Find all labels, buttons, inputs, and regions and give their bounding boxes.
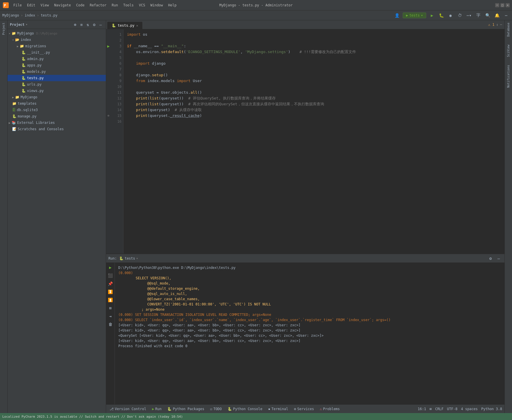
debug-button[interactable]: 🐛	[438, 12, 445, 19]
menu-file[interactable]: File	[11, 3, 24, 8]
run-tab-bottom[interactable]: ▶ Run	[151, 407, 163, 411]
menu-code[interactable]: Code	[74, 3, 87, 8]
editor-more-icon[interactable]: ⋯	[500, 23, 502, 27]
menu-view[interactable]: View	[38, 3, 51, 8]
breadcrumb-mydjango[interactable]: MyDjango	[2, 13, 19, 17]
python-version[interactable]: Python 3.8	[481, 407, 502, 411]
version-control-tab[interactable]: ⎇ Version Control	[108, 407, 147, 411]
run-tab-close[interactable]: ✕	[136, 257, 138, 260]
run-gutter-arrow[interactable]: ▶	[107, 43, 110, 49]
tree-mydjango-sub[interactable]: ▶ 📁 MyDjango	[8, 94, 106, 100]
filter-button[interactable]: ⊞	[107, 305, 114, 312]
terminal-tab[interactable]: ▪ Terminal	[267, 407, 289, 411]
collapse-all-icon[interactable]: ≡	[79, 22, 84, 28]
tree-index[interactable]: ▾ 📂 index	[8, 37, 106, 43]
tree-templates[interactable]: 📁 templates	[8, 100, 106, 107]
todo-tab[interactable]: ☑ TODO	[209, 407, 223, 411]
status-bar: Localized PyCharm 2023.1.5 is available …	[0, 413, 512, 420]
tree-arrow: ▶	[9, 121, 10, 124]
close-panel-icon[interactable]: —	[98, 22, 104, 28]
locate-file-icon[interactable]: ⊕	[72, 22, 78, 28]
tree-tests[interactable]: 🐍 tests.py	[8, 75, 106, 81]
run-settings-icon[interactable]: ⚙	[487, 255, 494, 262]
tree-manage[interactable]: 🐍 manage.py	[8, 113, 106, 120]
tree-migrations[interactable]: ▶ 📁 migrations	[8, 43, 106, 49]
menu-window[interactable]: Window	[148, 3, 165, 8]
cursor-position: 16:1	[418, 407, 426, 411]
tree-scratches[interactable]: 📝 Scratches and Consoles	[8, 126, 106, 132]
run-config-dropdown[interactable]: ▾	[421, 13, 423, 17]
code-editor[interactable]: ▶ ⊖ 12345 678910 1112131415 16	[106, 29, 504, 254]
editor-tab-tests[interactable]: 🐍 tests.py ✕	[107, 22, 142, 29]
tree-root-mydjango[interactable]: ▾ 📁 MyDjango D:\MyDjango	[8, 30, 106, 37]
tree-views[interactable]: 🐍 views.py	[8, 88, 106, 94]
stop-button[interactable]: ⬛	[107, 272, 114, 279]
run-button[interactable]: ▶	[429, 12, 435, 19]
problems-tab[interactable]: ⚠ Problems	[319, 407, 341, 411]
tree-label: External Libraries	[17, 121, 55, 125]
python-console-tab[interactable]: 🐍 Python Console	[226, 407, 264, 411]
pin-button[interactable]: 📌	[107, 280, 114, 287]
tree-db[interactable]: 🗄 db.sqlite3	[8, 107, 106, 113]
menu-tools[interactable]: Tools	[121, 3, 136, 8]
coverage-button[interactable]: ◉	[447, 12, 454, 19]
breadcrumb-index[interactable]: index	[25, 13, 35, 17]
code-line-7	[127, 66, 502, 72]
code-line-13: print(list(queryset)) # 再次评估相同的QuerySet，…	[127, 101, 502, 107]
settings-more[interactable]: ⋯	[503, 12, 510, 19]
project-sidebar-label[interactable]: Project	[2, 21, 5, 36]
maximize-button[interactable]: □	[500, 3, 504, 7]
menu-vcs[interactable]: VCS	[137, 3, 148, 8]
close-button[interactable]: ✕	[506, 3, 510, 7]
menu-navigate[interactable]: Navigate	[52, 3, 73, 8]
menu-help[interactable]: Help	[166, 3, 179, 8]
code-line-9: from index.models import User	[127, 78, 502, 84]
run-collapse-icon[interactable]: —	[495, 255, 502, 262]
profile-button[interactable]: ⏱	[456, 12, 463, 19]
menu-run[interactable]: Run	[109, 3, 120, 8]
settings-icon[interactable]: ⚙	[91, 22, 97, 28]
run-config[interactable]: ▶ tests ▾	[403, 12, 426, 18]
tree-admin[interactable]: 🐍 admin.py	[8, 56, 106, 62]
app-icon: P	[2, 2, 9, 9]
more-run-options[interactable]: ⋯▾	[466, 12, 473, 19]
clear-button[interactable]: 🗑	[107, 321, 114, 328]
fold-indicator[interactable]: ⊖	[108, 113, 109, 119]
scroll-top-button[interactable]: ⏫	[107, 296, 114, 303]
scroll-end-button[interactable]: ⏬	[107, 288, 114, 295]
menu-edit[interactable]: Edit	[25, 3, 38, 8]
tree-label: MyDjango	[21, 95, 37, 99]
run-tab-tests[interactable]: 🐍 tests ✕	[119, 256, 138, 260]
user-icon[interactable]: 👤	[393, 12, 400, 19]
run-panel-header: Run: 🐍 tests ✕ ⚙ —	[106, 254, 504, 263]
database-label[interactable]: Database	[507, 21, 510, 38]
tree-models[interactable]: 🐍 models.py	[8, 68, 106, 75]
tree-init[interactable]: 🐍 __init__.py	[8, 49, 106, 56]
rerun-button[interactable]: ▶	[107, 264, 114, 271]
tree-label: index	[21, 38, 31, 42]
code-content[interactable]: import os if __name__ == "__main__": os.…	[124, 29, 504, 254]
code-line-6: import django	[127, 61, 502, 66]
menu-refactor[interactable]: Refactor	[87, 3, 109, 8]
wrap-button[interactable]: ⇥	[107, 313, 114, 320]
project-header: Project ▾ ⊕ ≡ ⇅ ⚙ —	[8, 20, 106, 29]
tree-urls[interactable]: 🐍 urls.py	[8, 81, 106, 88]
expand-icon[interactable]: ↕	[496, 23, 498, 27]
project-dropdown[interactable]: ▾	[26, 23, 28, 26]
run-command-line: D:\Python\Python38\python.exe D:\MyDjang…	[118, 265, 501, 270]
tab-close-button[interactable]: ✕	[136, 24, 138, 28]
services-tab[interactable]: ⚙ Services	[293, 407, 315, 411]
sort-icon[interactable]: ⇅	[85, 22, 91, 28]
notifications-label[interactable]: Notifications	[507, 64, 510, 89]
breadcrumb-tests[interactable]: tests.py	[41, 13, 57, 17]
tree-external-libs[interactable]: ▶ 📚 External Libraries	[8, 120, 106, 126]
minimize-button[interactable]: ─	[495, 3, 499, 7]
translate-icon[interactable]: 字	[475, 12, 482, 19]
run-output-exit: Process finished with exit code 0	[118, 343, 501, 349]
update-icon[interactable]: 🔔	[493, 12, 500, 19]
tree-apps[interactable]: 🐍 apps.py	[8, 62, 106, 68]
encoding: UTF-8	[447, 407, 457, 411]
sciview-label[interactable]: SciView	[507, 44, 510, 58]
python-packages-tab[interactable]: 🐍 Python Packages	[166, 407, 205, 411]
search-icon[interactable]: 🔍	[484, 12, 491, 19]
